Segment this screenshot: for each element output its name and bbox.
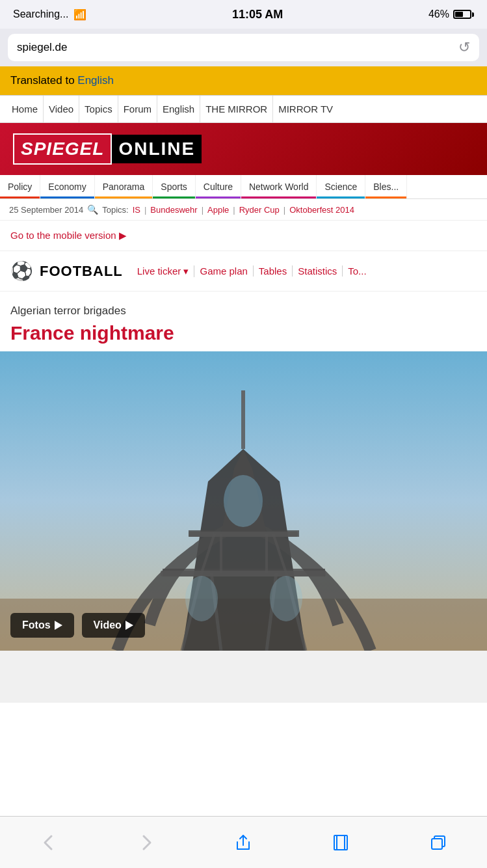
carrier-label: Searching...	[13, 8, 68, 20]
top-nav: Home Video Topics Forum English THE MIRR…	[0, 96, 487, 123]
football-title: FOOTBALL	[40, 263, 123, 280]
date-label: 25 September 2014	[9, 205, 83, 215]
cat-culture[interactable]: Culture	[196, 175, 241, 198]
football-icon: ⚽	[10, 260, 33, 282]
cat-bles[interactable]: Bles...	[365, 175, 407, 198]
reload-button[interactable]: ↺	[458, 39, 470, 56]
football-game-plan[interactable]: Game plan	[194, 265, 253, 277]
article-text-area: Algerian terror brigades France nightmar…	[0, 292, 487, 351]
nav-video[interactable]: Video	[44, 96, 79, 122]
football-live-ticker[interactable]: Live ticker ▾	[132, 265, 195, 277]
nav-english[interactable]: English	[157, 96, 200, 122]
cat-policy[interactable]: Policy	[0, 175, 40, 198]
topic-apple[interactable]: Apple	[207, 205, 229, 215]
battery-pct: 46%	[428, 8, 449, 20]
cat-economy[interactable]: Economy	[40, 175, 94, 198]
fotos-label: Fotos	[22, 619, 51, 631]
football-nav: Live ticker ▾ Game plan Tables Statistic…	[132, 265, 372, 277]
article-image: Fotos Video	[0, 351, 487, 651]
article-subtitle: Algerian terror brigades	[10, 305, 477, 318]
svg-point-18	[224, 475, 263, 527]
fotos-button[interactable]: Fotos	[10, 613, 74, 638]
status-right: 46%	[428, 8, 474, 20]
article-title[interactable]: France nightmare	[10, 321, 477, 345]
nav-the-mirror[interactable]: THE MIRROR	[200, 96, 273, 122]
translation-language-link[interactable]: English	[77, 74, 114, 87]
cat-panorama[interactable]: Panorama	[95, 175, 153, 198]
football-section: ⚽ FOOTBALL Live ticker ▾ Game plan Table…	[0, 251, 487, 292]
topic-ryder-cup[interactable]: Ryder Cup	[239, 205, 280, 215]
topics-label: Topics:	[102, 205, 128, 215]
url-text: spiegel.de	[17, 41, 68, 54]
image-buttons: Fotos Video	[10, 613, 145, 638]
nav-home[interactable]: Home	[7, 96, 44, 122]
url-container[interactable]: spiegel.de ↺	[8, 34, 479, 61]
nav-mirror-tv[interactable]: MIRROR TV	[273, 96, 338, 122]
battery-icon	[453, 10, 474, 19]
svg-rect-16	[189, 532, 298, 537]
translation-text: Translated to	[10, 74, 77, 87]
cat-science[interactable]: Science	[317, 175, 365, 198]
wifi-icon: 📶	[73, 8, 86, 21]
browser-content: Home Video Topics Forum English THE MIRR…	[0, 95, 487, 703]
logo-online-text: ONLINE	[112, 135, 202, 163]
nav-topics[interactable]: Topics	[79, 96, 118, 122]
video-play-icon	[125, 621, 133, 630]
translation-banner: Translated to English	[0, 66, 487, 95]
eiffel-image: Fotos Video	[0, 351, 487, 651]
mobile-version-section: Go to the mobile version ▶	[0, 221, 487, 251]
status-left: Searching... 📶	[13, 8, 86, 21]
date-bar: 25 September 2014 🔍 Topics: IS | Bundesw…	[0, 199, 487, 221]
topic-oktoberfest[interactable]: Oktoberfest 2014	[289, 205, 354, 215]
topic-is[interactable]: IS	[133, 205, 140, 215]
svg-rect-17	[161, 571, 326, 576]
nav-forum[interactable]: Forum	[118, 96, 157, 122]
logo-area: SPIEGEL ONLINE	[0, 123, 487, 175]
video-button[interactable]: Video	[82, 613, 145, 638]
mobile-version-link[interactable]: Go to the mobile version ▶	[10, 230, 127, 241]
logo-spiegel-text: SPIEGEL	[13, 133, 112, 165]
topic-bundeswehr[interactable]: Bundeswehr	[150, 205, 197, 215]
article-section: Algerian terror brigades France nightmar…	[0, 292, 487, 651]
football-tables[interactable]: Tables	[254, 265, 293, 277]
url-display[interactable]: spiegel.de ↺	[8, 34, 479, 61]
football-statistics[interactable]: Statistics	[293, 265, 343, 277]
cat-network-world[interactable]: Network World	[241, 175, 317, 198]
topics-icon: 🔍	[87, 204, 98, 215]
svg-point-20	[270, 576, 302, 621]
time-display: 11:05 AM	[232, 8, 283, 21]
address-bar: spiegel.de ↺	[0, 29, 487, 66]
status-bar: Searching... 📶 11:05 AM 46%	[0, 0, 487, 29]
cat-sports[interactable]: Sports	[153, 175, 195, 198]
spiegel-logo[interactable]: SPIEGEL ONLINE	[13, 133, 202, 165]
svg-point-19	[185, 576, 218, 621]
football-more[interactable]: To...	[343, 265, 371, 277]
video-label: Video	[94, 619, 122, 631]
football-header: ⚽ FOOTBALL Live ticker ▾ Game plan Table…	[10, 260, 477, 282]
fotos-play-icon	[55, 621, 62, 630]
category-nav: Policy Economy Panorama Sports Culture N…	[0, 175, 487, 199]
eiffel-tower-svg	[0, 351, 487, 651]
